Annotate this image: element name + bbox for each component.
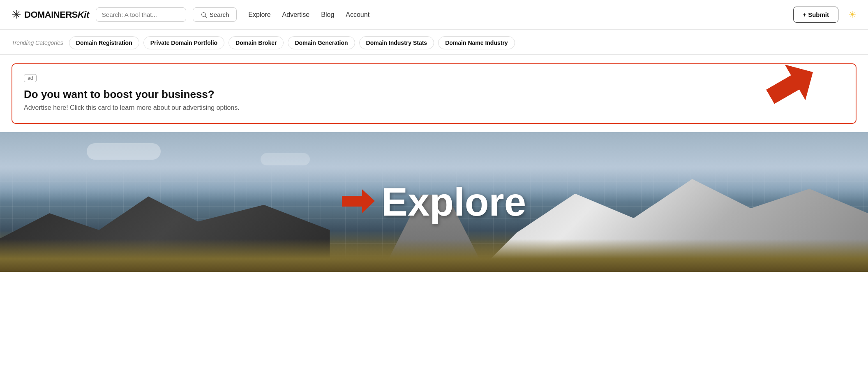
search-box[interactable] [96, 7, 186, 22]
logo-icon: ✳ [12, 8, 21, 21]
main-nav: Explore Advertise Blog Account [248, 11, 369, 19]
submit-button[interactable]: + Submit [793, 7, 838, 23]
ad-badge: ad [24, 74, 37, 82]
svg-marker-3 [342, 189, 375, 213]
search-icon [201, 12, 207, 18]
header: ✳ DOMAINERSKit Search Explore Advertise … [0, 0, 868, 30]
ad-card-container: ad Do you want to boost your business? A… [0, 55, 868, 124]
svg-point-0 [201, 12, 205, 16]
category-domain-generation[interactable]: Domain Generation [288, 36, 355, 49]
category-domain-broker[interactable]: Domain Broker [229, 36, 284, 49]
cloud-1 [87, 143, 161, 160]
theme-toggle[interactable]: ☀ [848, 9, 856, 20]
foreground [0, 239, 868, 272]
cloud-2 [261, 153, 310, 165]
ad-card[interactable]: ad Do you want to boost your business? A… [12, 63, 856, 124]
nav-explore[interactable]: Explore [248, 11, 270, 19]
nav-account[interactable]: Account [346, 11, 369, 19]
category-domain-industry-stats[interactable]: Domain Industry Stats [359, 36, 434, 49]
logo[interactable]: ✳ DOMAINERSKit [12, 8, 89, 21]
explore-banner[interactable]: Explore [0, 132, 868, 272]
nav-advertise[interactable]: Advertise [282, 11, 310, 19]
explore-label: Explore [381, 182, 526, 222]
explore-arrow-icon [342, 189, 375, 215]
search-button[interactable]: Search [193, 7, 237, 22]
category-private-domain-portfolio[interactable]: Private Domain Portfolio [143, 36, 224, 49]
logo-text: DOMAINERSKit [24, 9, 89, 20]
trending-label: Trending Categories [12, 39, 63, 46]
category-domain-name-industry[interactable]: Domain Name Industry [438, 36, 515, 49]
ad-title: Do you want to boost your business? [24, 88, 844, 101]
search-input[interactable] [102, 11, 180, 18]
submit-label: + Submit [803, 11, 829, 18]
search-button-label: Search [210, 11, 229, 18]
trending-categories-bar: Trending Categories Domain Registration … [0, 30, 868, 55]
category-domain-registration[interactable]: Domain Registration [69, 36, 139, 49]
ad-subtitle: Advertise here! Click this card to learn… [24, 104, 844, 112]
ad-arrow [760, 63, 828, 123]
svg-line-1 [205, 16, 207, 18]
explore-content: Explore [342, 182, 526, 222]
nav-blog[interactable]: Blog [321, 11, 334, 19]
